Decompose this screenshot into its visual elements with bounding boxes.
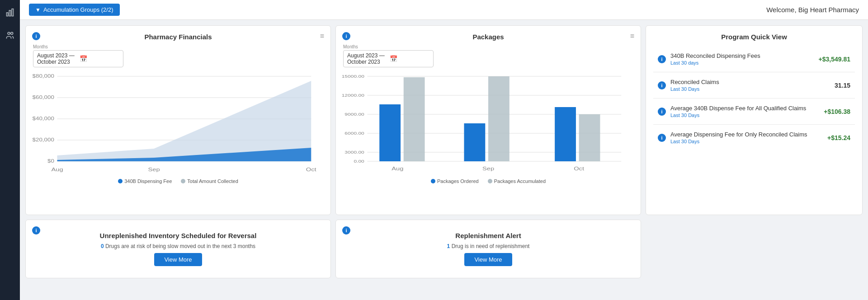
svg-text:$40,000: $40,000 xyxy=(32,116,54,122)
qv-item-0: i 340B Reconciled Dispensing Fees Last 3… xyxy=(653,46,855,72)
svg-rect-32 xyxy=(379,104,401,161)
welcome-text: Welcome, Big Heart Pharmacy xyxy=(766,6,859,14)
qv-item-2: i Average 340B Dispense Fee for All Qual… xyxy=(653,98,855,125)
packages-title: Packages xyxy=(343,33,633,41)
pharmacy-financials-menu-icon[interactable]: ≡ xyxy=(320,32,324,40)
svg-rect-37 xyxy=(579,114,600,161)
pharmacy-financials-chart: $80,000 $60,000 $40,000 $20,000 $0 Aug S… xyxy=(33,72,323,176)
qv-info-icon-1[interactable]: i xyxy=(658,81,666,89)
packages-date-range-picker[interactable]: August 2023 — October 2023 📅 xyxy=(343,50,434,67)
svg-text:Aug: Aug xyxy=(392,166,403,172)
svg-text:6000.00: 6000.00 xyxy=(344,131,364,136)
main-content: i ≡ Pharmacy Financials Months August 20… xyxy=(20,20,868,300)
qv-item-3: i Average Dispensing Fee for Only Reconc… xyxy=(653,125,855,150)
packages-menu-icon[interactable]: ≡ xyxy=(630,32,634,40)
svg-text:Oct: Oct xyxy=(306,167,316,173)
pharmacy-financials-card: i ≡ Pharmacy Financials Months August 20… xyxy=(25,25,331,215)
replenishment-count: 1 xyxy=(447,243,450,249)
legend-label-total-collected: Total Amount Collected xyxy=(187,178,238,184)
packages-months-label: Months xyxy=(343,44,633,49)
qv-label-1: Reconciled Claims xyxy=(670,79,830,85)
svg-rect-0 xyxy=(7,13,8,16)
replenishment-subtitle: 1 Drug is in need of replenishment xyxy=(447,243,530,249)
qv-sublabel-3: Last 30 Days xyxy=(670,139,823,144)
pharmacy-chart-legend: 340B Dispensing Fee Total Amount Collect… xyxy=(33,178,323,184)
pharmacy-date-range-value: August 2023 — October 2023 xyxy=(37,52,77,65)
packages-card: i ≡ Packages Months August 2023 — Octobe… xyxy=(335,25,641,215)
svg-text:3000.00: 3000.00 xyxy=(344,150,364,155)
user-group-icon[interactable] xyxy=(2,27,18,43)
svg-text:$20,000: $20,000 xyxy=(32,137,54,143)
svg-point-3 xyxy=(8,32,10,34)
replenishment-alert-card: i Replenishment Alert 1 Drug is in need … xyxy=(335,220,641,278)
top-section: i ≡ Pharmacy Financials Months August 20… xyxy=(25,25,863,215)
unreplenished-info-icon[interactable]: i xyxy=(32,226,40,234)
svg-marker-15 xyxy=(57,81,311,161)
unreplenished-subtitle-text: Drugs are at risk of being slow moved ou… xyxy=(105,243,255,249)
qv-sublabel-1: Last 30 Days xyxy=(670,86,830,92)
sidebar xyxy=(0,0,20,300)
qv-sublabel-2: Last 30 Days xyxy=(670,112,819,118)
qv-value-2: +$106.38 xyxy=(824,108,850,115)
qv-info-icon-2[interactable]: i xyxy=(658,108,666,116)
filter-label: Accumulation Groups (2/2) xyxy=(43,6,113,13)
legend-packages-accumulated: Packages Accumulated xyxy=(488,178,546,184)
svg-text:$60,000: $60,000 xyxy=(32,95,54,100)
qv-label-block-2: Average 340B Dispense Fee for All Qualif… xyxy=(670,105,819,118)
qv-info-icon-3[interactable]: i xyxy=(658,134,666,142)
qv-label-block-0: 340B Reconciled Dispensing Fees Last 30 … xyxy=(670,52,814,66)
qv-item-1: i Reconciled Claims Last 30 Days 31.15 xyxy=(653,72,855,98)
qv-label-3: Average Dispensing Fee for Only Reconcil… xyxy=(670,131,823,138)
replenishment-title: Replenishment Alert xyxy=(455,232,521,239)
packages-chart-legend: Packages Ordered Packages Accumulated xyxy=(343,178,633,184)
pharmacy-financials-info-icon[interactable]: i xyxy=(32,32,40,40)
svg-rect-1 xyxy=(9,10,10,16)
svg-point-4 xyxy=(11,32,13,34)
pharmacy-months-label: Months xyxy=(33,44,323,49)
packages-info-icon[interactable]: i xyxy=(342,32,350,40)
svg-rect-36 xyxy=(555,107,576,161)
program-quick-view-card: Program Quick View i 340B Reconciled Dis… xyxy=(646,25,863,215)
qv-label-block-3: Average Dispensing Fee for Only Reconcil… xyxy=(670,131,823,144)
svg-text:$80,000: $80,000 xyxy=(32,74,54,79)
qv-label-block-1: Reconciled Claims Last 30 Days xyxy=(670,79,830,92)
replenishment-info-icon[interactable]: i xyxy=(342,226,350,234)
packages-chart: 15000.00 12000.00 9000.00 6000.00 3000.0… xyxy=(343,72,633,176)
top-bar-left: ▼ Accumulation Groups (2/2) xyxy=(29,4,120,16)
chart-bar-icon[interactable] xyxy=(2,5,18,21)
quick-view-title: Program Quick View xyxy=(653,33,855,41)
svg-rect-35 xyxy=(488,76,509,161)
unreplenished-count: 0 xyxy=(101,243,104,249)
unreplenished-card: i Unreplenished Inventory Scheduled for … xyxy=(25,220,331,278)
accumulation-groups-filter-button[interactable]: ▼ Accumulation Groups (2/2) xyxy=(29,4,120,16)
qv-label-0: 340B Reconciled Dispensing Fees xyxy=(670,52,814,59)
qv-info-icon-0[interactable]: i xyxy=(658,55,666,63)
legend-label-packages-ordered: Packages Ordered xyxy=(437,178,479,184)
legend-dot-gray xyxy=(181,179,185,183)
legend-dot-blue xyxy=(118,179,123,183)
packages-calendar-icon: 📅 xyxy=(390,55,429,62)
legend-340b-dispensing-fee: 340B Dispensing Fee xyxy=(118,178,172,184)
qv-value-3: +$15.24 xyxy=(827,134,850,141)
unreplenished-subtitle: 0 Drugs are at risk of being slow moved … xyxy=(101,243,255,249)
svg-rect-2 xyxy=(12,9,13,16)
svg-text:$0: $0 xyxy=(47,159,54,164)
top-bar: ▼ Accumulation Groups (2/2) Welcome, Big… xyxy=(20,0,868,20)
unreplenished-title: Unreplenished Inventory Scheduled for Re… xyxy=(100,232,257,239)
quick-view-spacer xyxy=(646,220,863,278)
svg-text:Aug: Aug xyxy=(51,167,63,173)
replenishment-view-more-button[interactable]: View More xyxy=(464,253,512,266)
legend-label-dispensing-fee: 340B Dispensing Fee xyxy=(124,178,172,184)
pharmacy-calendar-icon: 📅 xyxy=(80,55,119,62)
legend-packages-ordered: Packages Ordered xyxy=(431,178,479,184)
bottom-section: i Unreplenished Inventory Scheduled for … xyxy=(25,220,863,278)
unreplenished-view-more-button[interactable]: View More xyxy=(154,253,202,266)
qv-sublabel-0: Last 30 days xyxy=(670,60,814,66)
filter-icon: ▼ xyxy=(35,7,41,13)
svg-text:9000.00: 9000.00 xyxy=(344,112,364,117)
quick-view-items: i 340B Reconciled Dispensing Fees Last 3… xyxy=(653,46,855,150)
pharmacy-date-range-picker[interactable]: August 2023 — October 2023 📅 xyxy=(33,50,123,67)
qv-label-2: Average 340B Dispense Fee for All Qualif… xyxy=(670,105,819,112)
qv-value-1: 31.15 xyxy=(835,82,850,89)
svg-text:15000.00: 15000.00 xyxy=(342,74,364,79)
